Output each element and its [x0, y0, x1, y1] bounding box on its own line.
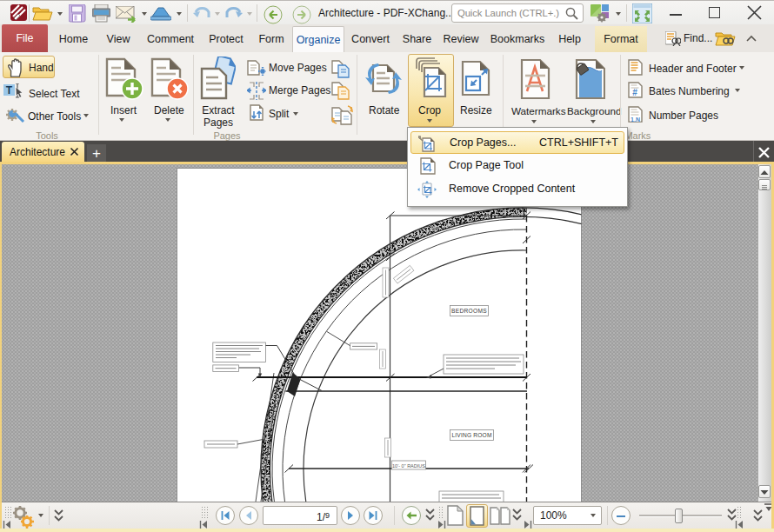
svg-text:1.N: 1.N: [631, 116, 640, 123]
svg-text:BEDROOMS: BEDROOMS: [451, 308, 487, 314]
svg-text:T: T: [6, 84, 13, 96]
svg-text:#: #: [632, 88, 637, 97]
svg-text:10'- 0" RADIUS: 10'- 0" RADIUS: [392, 463, 425, 469]
svg-text:LIVING ROOM: LIVING ROOM: [451, 432, 491, 438]
